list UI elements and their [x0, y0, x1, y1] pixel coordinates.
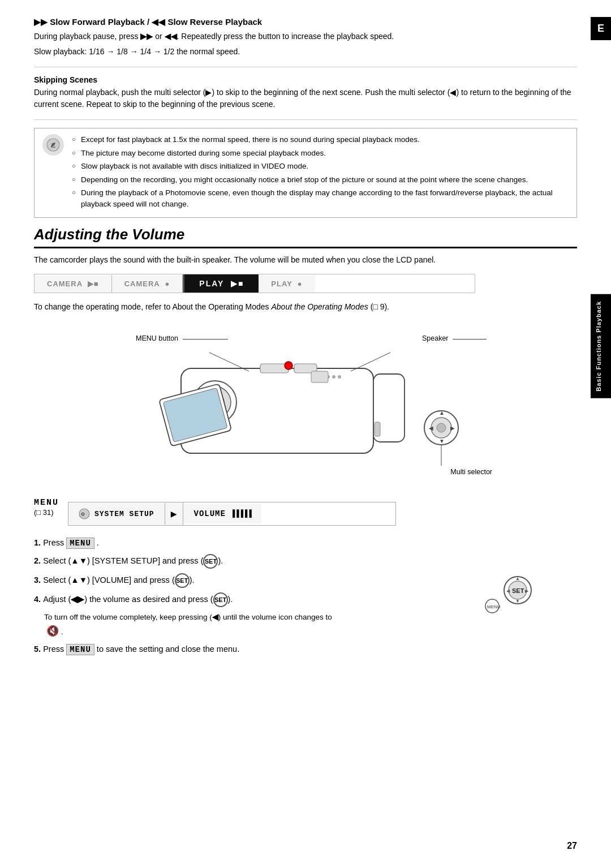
svg-rect-24 — [311, 371, 328, 383]
volume-para1: The camcorder plays the sound with the b… — [34, 254, 577, 266]
svg-text:◀: ◀ — [429, 425, 433, 431]
steps-list: 1. Press MENU . 2. Select (▲▼) [SYSTEM S… — [34, 537, 577, 655]
svg-text:⚙: ⚙ — [81, 511, 85, 518]
page-number: 27 — [567, 841, 577, 851]
set-menu-diagram: SET ▲ ▼ ◀ ▶ MENU — [481, 573, 532, 622]
skipping-scenes-section: Skipping Scenes During normal playback, … — [34, 75, 577, 110]
svg-point-23 — [338, 375, 341, 379]
menu-word-1: MENU — [66, 538, 94, 549]
menu-flow: ⚙ SYSTEM SETUP ▶ VOLUME ▐▐▐▐▐ — [68, 502, 396, 526]
skipping-scenes-heading: Skipping Scenes — [34, 75, 577, 84]
note-item-2: The picture may become distorted during … — [72, 148, 569, 159]
operating-modes-note: To change the operating mode, refer to A… — [34, 301, 577, 313]
menu-flow-system-setup: ⚙ SYSTEM SETUP — [68, 503, 165, 525]
mode-play-photo[interactable]: PLAY ● — [259, 275, 315, 293]
note-icon — [42, 134, 64, 156]
speaker-label: Speaker — [422, 334, 487, 342]
menu-section: MENU (□ 31) ⚙ SYSTEM SETUP ▶ VOLUME ▐▐ — [34, 497, 577, 655]
menu-flow-volume: VOLUME ▐▐▐▐▐ — [183, 504, 261, 523]
slow-reverse-icon: ◀◀ — [152, 17, 165, 27]
slow-playback-heading: ▶▶ Slow Forward Playback / ◀◀ Slow Rever… — [34, 17, 577, 27]
side-tab-label: Basic Functions Playback — [591, 294, 611, 398]
menu-arrow-icon: ▶ — [171, 508, 178, 520]
camera-diagram: MENU button Speaker Multi selector — [91, 323, 520, 487]
step-1: 1. Press MENU . — [34, 537, 577, 549]
svg-text:▼: ▼ — [439, 438, 445, 444]
svg-text:SET: SET — [512, 587, 524, 594]
slow-forward-label: Slow Forward Playback / — [50, 17, 152, 27]
skipping-scenes-para: During normal playback, push the multi s… — [34, 87, 577, 110]
svg-text:▶: ▶ — [525, 588, 529, 594]
note-list: Except for fast playback at 1.5x the nor… — [72, 134, 569, 212]
note-item-1: Except for fast playback at 1.5x the nor… — [72, 134, 569, 145]
divider-1 — [34, 67, 577, 67]
svg-text:▼: ▼ — [515, 599, 520, 604]
mode-camera-photo[interactable]: CAMERA ● — [112, 275, 183, 293]
slow-forward-icon: ▶▶ — [34, 17, 48, 27]
camera-svg: ▲ ▼ ◀ ▶ — [91, 323, 520, 487]
section-title-volume: Adjusting the Volume — [34, 226, 577, 248]
menu-flow-arrow: ▶ — [165, 502, 184, 525]
note-item-5: During the playback of a Photomovie scen… — [72, 187, 569, 209]
svg-point-22 — [332, 375, 335, 379]
mode-bar[interactable]: CAMERA ▶■ CAMERA ● PLAY ▶■ PLAY ● — [34, 274, 475, 293]
note-item-4: Depending on the recording, you might oc… — [72, 174, 569, 186]
page-container: E Basic Functions Playback ▶▶ Slow Forwa… — [0, 0, 611, 868]
svg-rect-25 — [375, 422, 380, 436]
step-2: 2. Select (▲▼) [SYSTEM SETUP] and press … — [34, 554, 577, 569]
set-button-2: SET — [203, 554, 218, 569]
mode-play-video[interactable]: PLAY ▶■ — [184, 274, 259, 293]
note-box: Except for fast playback at 1.5x the nor… — [34, 128, 577, 218]
svg-text:▶: ▶ — [450, 425, 455, 431]
slow-playback-para2: Slow playback: 1/16 → 1/8 → 1/4 → 1/2 th… — [34, 46, 577, 58]
note-item-3: Slow playback is not available with disc… — [72, 161, 569, 172]
menu-label: MENU — [34, 498, 59, 508]
slow-playback-section: ▶▶ Slow Forward Playback / ◀◀ Slow Rever… — [34, 17, 577, 58]
svg-text:▲: ▲ — [439, 410, 445, 416]
mode-camera-video[interactable]: CAMERA ▶■ — [35, 275, 112, 293]
set-button-3: SET — [175, 573, 190, 588]
svg-text:◀: ◀ — [506, 588, 510, 594]
mute-icon: 🔇 — [46, 625, 59, 637]
step-3: 3. Select (▲▼) [VOLUME] and press (SET).… — [34, 573, 577, 588]
svg-point-26 — [285, 362, 292, 369]
menu-word-5: MENU — [66, 644, 94, 655]
svg-text:▲: ▲ — [515, 576, 520, 581]
menu-button-label: MENU button — [136, 334, 228, 342]
svg-line-20 — [351, 353, 390, 371]
multi-selector-label: Multi selector — [450, 468, 492, 476]
svg-point-13 — [437, 423, 446, 432]
set-button-4: SET — [213, 592, 228, 607]
operating-modes-italic: About the Operating Modes — [272, 302, 368, 311]
divider-2 — [34, 119, 577, 120]
svg-text:MENU: MENU — [487, 604, 501, 609]
step-5: 5. Press MENU to save the setting and cl… — [34, 643, 577, 656]
slow-reverse-label: Slow Reverse Playback — [167, 17, 262, 27]
slow-playback-para1: During playback pause, press ▶▶ or ◀◀. R… — [34, 31, 577, 42]
side-tab-e: E — [591, 17, 611, 40]
menu-ref: (□ 31) — [34, 508, 54, 517]
